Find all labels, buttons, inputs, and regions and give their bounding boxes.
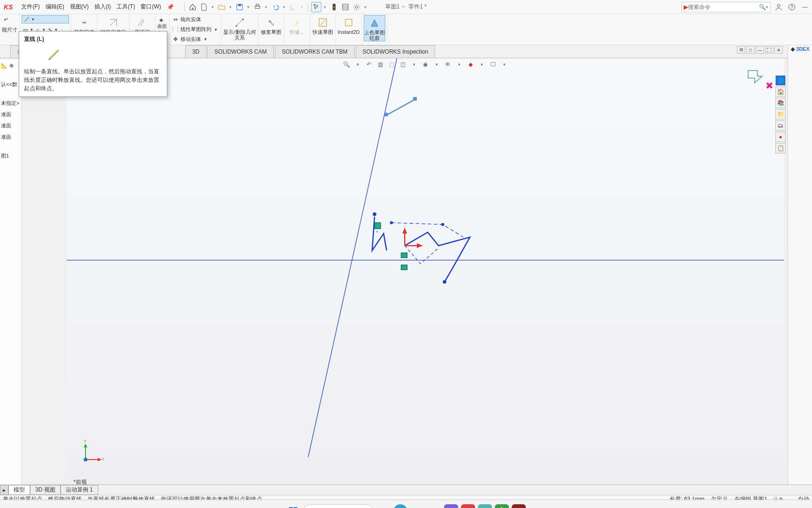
menu-file[interactable]: 文件(F)	[18, 3, 42, 11]
view-palette-icon[interactable]: 🗂	[775, 120, 786, 131]
pattern-button[interactable]: ⋮⋮线性草图阵列▾	[172, 25, 219, 34]
tooltip-title: 直线 (L)	[24, 35, 162, 43]
settings-dropdown-icon[interactable]: ▾	[363, 2, 368, 12]
app1-icon[interactable]: M	[444, 504, 458, 508]
svg-text:*: *	[376, 229, 378, 236]
tab-cam[interactable]: SOLIDWORKS CAM	[207, 45, 273, 58]
win-close-icon[interactable]: ✕	[774, 46, 783, 54]
tree-plane3[interactable]: 准面	[1, 133, 11, 141]
shade-sketch-button[interactable]: 上色草图轮廓	[364, 15, 385, 41]
settings-icon[interactable]	[351, 2, 362, 12]
home-panel-icon[interactable]: 🏠	[775, 87, 786, 97]
undo-small-icon[interactable]: ↶	[2, 15, 17, 24]
tab-inspection[interactable]: SOLIDWORKS Inspection	[356, 45, 435, 58]
new-dropdown-icon[interactable]: ▾	[210, 2, 216, 12]
bottom-tab-motion[interactable]: 运动算例 1	[61, 485, 98, 495]
confirm-corner-icon[interactable]	[746, 69, 765, 85]
separator	[308, 3, 308, 11]
pin-icon[interactable]: 📌	[167, 4, 174, 10]
tree-scheme[interactable]: 认<<默	[1, 80, 17, 88]
save-dropdown-icon[interactable]: ▾	[246, 2, 251, 12]
search-input[interactable]	[688, 4, 759, 10]
edge-icon[interactable]: e	[393, 504, 407, 508]
minimize-icon[interactable]: —	[800, 2, 810, 12]
command-search[interactable]: ▶ 🔍 ▾	[681, 2, 771, 12]
line-tooltip: 直线 (L) 绘制一条直线。单击以放置起点，然后拖动直线，当直线长度正确时释放直…	[19, 31, 167, 97]
win-expand-icon[interactable]: ⛶	[765, 46, 773, 54]
triad-x-label: X	[102, 457, 104, 461]
redo-dropdown-icon[interactable]: ▾	[299, 2, 305, 12]
user-icon[interactable]	[773, 2, 784, 12]
folder-icon[interactable]: 📁	[775, 109, 786, 119]
svg-point-31	[443, 280, 446, 284]
quick-sketch-button[interactable]: 快速草图	[312, 15, 334, 35]
menu-tools[interactable]: 工具(T)	[114, 3, 138, 11]
app4-icon[interactable]: 文	[495, 504, 509, 508]
tree-icons[interactable]: 📐⊕	[1, 61, 14, 70]
search-dropdown-icon[interactable]: ▾	[766, 5, 768, 9]
quick-button[interactable]: ⚡快速...	[286, 15, 308, 35]
tree-plane1[interactable]: 准面	[1, 110, 11, 119]
app3-icon[interactable]: ☁	[478, 504, 492, 508]
3dex-dock[interactable]: ◆ 3DEX	[788, 45, 812, 489]
app-logo: KS	[4, 3, 13, 11]
task-view-icon[interactable]: ⊞	[376, 504, 390, 508]
tree-plane2[interactable]: 准面	[1, 121, 11, 130]
cancel-sketch-icon[interactable]: ✖	[765, 80, 773, 91]
win-max-icon[interactable]: □	[746, 46, 755, 54]
mirror-button[interactable]: ⇔镜向实体	[172, 15, 219, 24]
bottom-tab-model[interactable]: 模型	[8, 485, 30, 495]
app2-icon[interactable]: ◆	[461, 504, 475, 508]
store-icon[interactable]: 🛍	[427, 504, 441, 508]
tab-cam-tbm[interactable]: SOLIDWORKS CAM TBM	[275, 45, 355, 58]
open-icon[interactable]	[217, 2, 227, 12]
line-button[interactable]: ▾	[22, 15, 69, 24]
svg-line-15	[24, 17, 29, 22]
save-icon[interactable]	[234, 2, 245, 12]
explorer-icon[interactable]: 📁	[410, 504, 424, 508]
redo-icon[interactable]	[288, 2, 298, 12]
form-icon[interactable]	[340, 2, 351, 12]
home-icon[interactable]	[187, 2, 198, 12]
graphics-area[interactable]: 🔍 ⌖ ↶ ▥ ⬚ ◫ ▾ ◉ ▾ 👁 ▾ ◆ ▾ 🖵 ▾ *	[67, 58, 784, 489]
move-button[interactable]: ✥移动实体▾	[172, 34, 219, 44]
bottom-tab-toggle[interactable]: ▸	[0, 485, 8, 495]
traffic-icon[interactable]	[329, 2, 339, 12]
new-icon[interactable]	[199, 2, 209, 12]
instant2d-button[interactable]: Instant2D	[338, 15, 359, 35]
appearance-icon[interactable]: ●	[775, 132, 786, 142]
relations-button[interactable]: 显示/删除几何关系	[223, 15, 256, 40]
menu-window[interactable]: 窗口(W)	[138, 3, 164, 11]
menu-insert[interactable]: 插入(I)	[92, 3, 114, 11]
menu-view[interactable]: 视图(V)	[67, 3, 92, 11]
menu-bar: KS 文件(F) 编辑(E) 视图(V) 插入(I) 工具(T) 窗口(W) 📌…	[0, 0, 812, 14]
print-dropdown-icon[interactable]: ▾	[264, 2, 269, 12]
repair-button[interactable]: 🔧修复草图	[260, 15, 282, 35]
library-icon[interactable]: 📚	[775, 98, 786, 108]
select-icon[interactable]	[311, 2, 321, 12]
print-icon[interactable]	[252, 2, 263, 12]
start-icon[interactable]	[286, 504, 300, 508]
sw-icon[interactable]: SW	[512, 504, 526, 508]
taskbar-search[interactable]: 🔍搜索	[303, 504, 374, 508]
tree-sketch[interactable]: 图1	[1, 151, 9, 160]
search-icon[interactable]: 🔍	[759, 4, 766, 10]
win-min-icon[interactable]: —	[756, 46, 764, 54]
globe-icon[interactable]: 🌐	[775, 75, 786, 86]
search-logo-icon: ▶	[684, 4, 688, 10]
help-icon[interactable]: ?	[787, 2, 797, 12]
menu-edit[interactable]: 编辑(E)	[43, 3, 67, 11]
property-icon[interactable]: 📋	[775, 143, 786, 153]
win-restore-icon[interactable]: ⧉	[737, 46, 745, 54]
undo-dropdown-icon[interactable]: ▾	[281, 2, 287, 12]
ribbon-group-quick: ⚡快速...	[284, 14, 310, 45]
select-dropdown-icon[interactable]: ▾	[322, 2, 328, 12]
smart-dimension-button[interactable]: 能尺寸	[2, 25, 17, 34]
tab-3d[interactable]: 3D	[185, 45, 206, 58]
document-title: 草图1 ← 零件1 *	[385, 3, 427, 11]
tree-unspec[interactable]: 未指定>	[1, 99, 19, 107]
svg-rect-3	[256, 4, 259, 6]
undo-icon[interactable]	[270, 2, 281, 12]
bottom-tab-3dview[interactable]: 3D 视图	[30, 485, 61, 495]
open-dropdown-icon[interactable]: ▾	[228, 2, 234, 12]
